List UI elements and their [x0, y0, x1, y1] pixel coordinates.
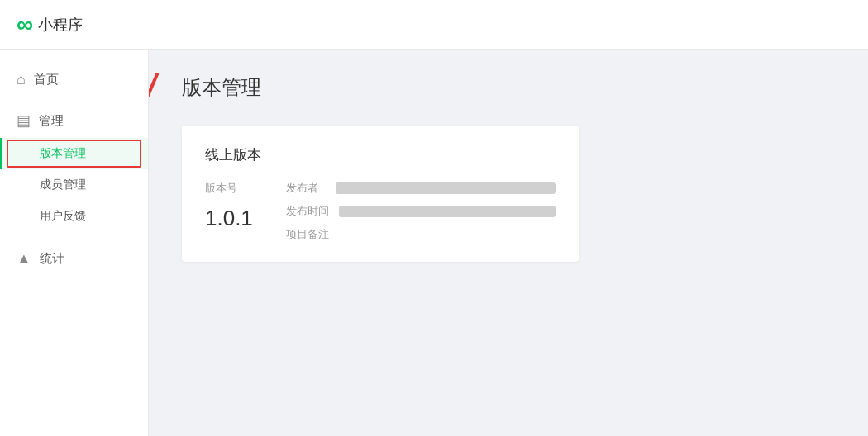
sidebar-manage-label: 管理	[39, 113, 64, 129]
project-notes-value-blank	[339, 227, 556, 239]
logo-area: ∞ 小程序	[17, 13, 83, 36]
header: ∞ 小程序	[0, 0, 868, 50]
publish-time-label: 发布时间	[286, 204, 329, 219]
version-col: 版本号 1.0.1	[205, 181, 253, 242]
publisher-row: 发布者	[286, 181, 556, 196]
card-title: 线上版本	[205, 145, 556, 164]
card-meta: 版本号 1.0.1 发布者 发布时间	[205, 181, 556, 242]
sidebar-group-manage[interactable]: ▤ 管理	[0, 103, 148, 138]
content-area: 版本管理 线上版本 版本号 1.0.1 发布者	[149, 50, 868, 436]
sidebar-item-feedback[interactable]: 用户反馈	[0, 201, 148, 232]
sidebar-feedback-label: 用户反馈	[40, 209, 86, 222]
project-notes-row: 项目备注	[286, 227, 556, 242]
sidebar-item-version[interactable]: 版本管理	[0, 138, 148, 169]
manage-icon: ▤	[17, 111, 31, 130]
sidebar-version-label: 版本管理	[40, 146, 86, 159]
sidebar-stats-label: 统计	[40, 251, 64, 267]
main-layout: ⌂ 首页 ▤ 管理 版本管理 成员管理 用户反馈	[0, 50, 868, 436]
svg-line-0	[149, 74, 157, 132]
page-title: 版本管理	[182, 74, 835, 101]
sidebar-member-label: 成员管理	[40, 178, 86, 191]
version-card: 线上版本 版本号 1.0.1 发布者 发布时间	[182, 126, 579, 262]
sidebar: ⌂ 首页 ▤ 管理 版本管理 成员管理 用户反馈	[0, 50, 149, 436]
header-title: 小程序	[38, 15, 83, 35]
sidebar-group-stats[interactable]: ▲ 统计	[0, 242, 148, 276]
logo-icon: ∞	[17, 13, 31, 36]
publish-time-value-blur	[339, 206, 556, 217]
version-label: 版本号	[205, 181, 253, 196]
home-icon: ⌂	[17, 71, 26, 88]
publish-time-row: 发布时间	[286, 204, 556, 219]
sidebar-item-home[interactable]: ⌂ 首页	[0, 63, 148, 97]
app-wrapper: ∞ 小程序 ⌂ 首页 ▤ 管理 版本管理 成	[0, 0, 868, 436]
meta-right: 发布者 发布时间 项目备注	[286, 181, 556, 242]
sidebar-home-label: 首页	[34, 72, 59, 88]
stats-icon: ▲	[17, 250, 31, 268]
publisher-value-blur	[336, 182, 556, 194]
project-notes-label: 项目备注	[286, 227, 329, 242]
arrow-indicator	[149, 66, 174, 157]
sidebar-item-member[interactable]: 成员管理	[0, 169, 148, 201]
version-value: 1.0.1	[205, 206, 253, 231]
publisher-label: 发布者	[286, 181, 326, 196]
